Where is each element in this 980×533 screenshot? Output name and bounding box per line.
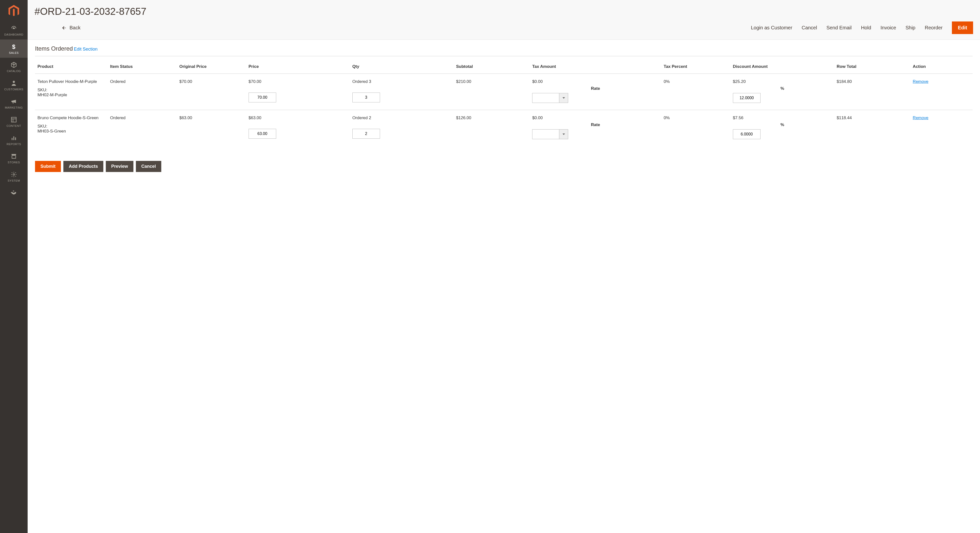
th-item-status: Item Status <box>108 59 177 74</box>
sidebar-item-reports[interactable]: REPORTS <box>0 131 28 149</box>
th-product: Product <box>35 59 108 74</box>
arrow-left-icon <box>62 26 67 30</box>
items-table: Product Item Status Original Price Price… <box>35 59 973 146</box>
table-header-row: Product Item Status Original Price Price… <box>35 59 973 74</box>
th-tax-amount: Tax Amount <box>530 59 661 74</box>
th-row-total: Row Total <box>834 59 910 74</box>
dollar-icon: $ <box>10 43 17 50</box>
tax-rate-select[interactable] <box>532 129 559 139</box>
nav-label: DASHBOARD <box>1 33 27 36</box>
ship-button[interactable]: Ship <box>905 25 915 30</box>
nav-label: CUSTOMERS <box>1 88 27 91</box>
nav-label: CONTENT <box>1 124 27 127</box>
sidebar-item-customers[interactable]: CUSTOMERS <box>0 76 28 94</box>
sidebar-item-dashboard[interactable]: DASHBOARD <box>0 21 28 40</box>
original-price: $70.00 <box>177 74 246 110</box>
table-row: Teton Pullover Hoodie-M-Purple SKU: MH02… <box>35 74 973 110</box>
remove-link[interactable]: Remove <box>913 79 928 84</box>
sidebar-item-catalog[interactable]: CATALOG <box>0 58 28 76</box>
product-name: Teton Pullover Hoodie-M-Purple <box>38 79 105 84</box>
bar-chart-icon <box>10 135 17 141</box>
tax-rate-select[interactable] <box>532 93 559 103</box>
login-as-customer-button[interactable]: Login as Customer <box>751 25 792 30</box>
sidebar-item-stores[interactable]: STORES <box>0 149 28 167</box>
blocks-icon <box>10 190 17 196</box>
send-email-button[interactable]: Send Email <box>826 25 851 30</box>
store-icon <box>10 153 17 160</box>
price-input[interactable] <box>248 129 276 139</box>
th-price: Price <box>246 59 350 74</box>
percent-label: % <box>733 86 832 91</box>
svg-point-8 <box>13 174 15 176</box>
sidebar-item-sales[interactable]: $ SALES <box>0 40 28 58</box>
sidebar-item-content[interactable]: CONTENT <box>0 113 28 131</box>
megaphone-icon <box>10 98 17 105</box>
discount-input[interactable] <box>733 93 760 103</box>
preview-button[interactable]: Preview <box>106 161 134 172</box>
th-action: Action <box>910 59 973 74</box>
th-tax-percent: Tax Percent <box>661 59 730 74</box>
subtotal: $210.00 <box>454 74 530 110</box>
qty-input[interactable] <box>352 93 380 102</box>
submit-button[interactable]: Submit <box>35 161 61 172</box>
magento-logo-icon <box>8 5 19 17</box>
sidebar-item-extensions[interactable] <box>0 185 28 198</box>
discount-display: $7.56 <box>733 115 832 120</box>
svg-rect-5 <box>11 138 12 140</box>
th-subtotal: Subtotal <box>454 59 530 74</box>
svg-point-1 <box>13 81 15 83</box>
tax-percent: 0% <box>661 110 730 146</box>
dropdown-caret[interactable] <box>559 129 568 139</box>
price-display: $70.00 <box>248 79 347 84</box>
th-original-price: Original Price <box>177 59 246 74</box>
admin-sidebar: DASHBOARD $ SALES CATALOG CUSTOMERS MARK… <box>0 0 28 533</box>
svg-rect-2 <box>11 117 16 122</box>
nav-label: MARKETING <box>1 106 27 109</box>
edit-button[interactable]: Edit <box>952 21 973 34</box>
tax-amount: $0.00 <box>532 79 659 84</box>
svg-rect-6 <box>13 136 14 140</box>
sidebar-item-marketing[interactable]: MARKETING <box>0 94 28 113</box>
qty-input[interactable] <box>352 129 380 139</box>
content-area: Items Ordered Edit Section Product Item … <box>28 40 980 179</box>
price-input[interactable] <box>248 93 276 102</box>
order-title: #ORD-21-03-2032-87657 <box>35 6 973 17</box>
reorder-button[interactable]: Reorder <box>925 25 942 30</box>
table-row: Bruno Compete Hoodie-S-Green SKU: MH03-S… <box>35 110 973 146</box>
nav-label: REPORTS <box>1 143 27 145</box>
invoice-button[interactable]: Invoice <box>881 25 896 30</box>
section-title: Items Ordered <box>35 45 73 52</box>
svg-rect-7 <box>15 137 16 140</box>
back-button[interactable]: Back <box>62 25 80 30</box>
cancel-order-button[interactable]: Cancel <box>802 25 817 30</box>
original-price: $63.00 <box>177 110 246 146</box>
nav-label: SYSTEM <box>1 179 27 182</box>
dropdown-caret[interactable] <box>559 93 568 103</box>
person-icon <box>10 80 17 86</box>
hold-button[interactable]: Hold <box>861 25 871 30</box>
rate-label: Rate <box>532 86 659 91</box>
discount-input[interactable] <box>733 129 760 139</box>
percent-label: % <box>733 122 832 127</box>
cancel-button[interactable]: Cancel <box>136 161 161 172</box>
th-discount-amount: Discount Amount <box>730 59 834 74</box>
subtotal: $126.00 <box>454 110 530 146</box>
nav-label: CATALOG <box>1 70 27 73</box>
sidebar-item-system[interactable]: SYSTEM <box>0 167 28 185</box>
magento-logo[interactable] <box>8 3 19 21</box>
gauge-icon <box>10 25 17 32</box>
page-header: #ORD-21-03-2032-87657 Back Login as Cust… <box>28 0 980 40</box>
item-status: Ordered <box>108 110 177 146</box>
layout-icon <box>10 116 17 123</box>
qty-display: Ordered 2 <box>352 115 451 120</box>
chevron-down-icon <box>563 134 565 135</box>
edit-section-link[interactable]: Edit Section <box>74 46 97 52</box>
add-products-button[interactable]: Add Products <box>64 161 103 172</box>
remove-link[interactable]: Remove <box>913 115 928 120</box>
product-name: Bruno Compete Hoodie-S-Green <box>38 115 105 120</box>
price-display: $63.00 <box>248 115 347 120</box>
sku-prefix: SKU: <box>38 88 105 93</box>
qty-display: Ordered 3 <box>352 79 451 84</box>
nav-label: SALES <box>1 51 27 54</box>
tax-percent: 0% <box>661 74 730 110</box>
